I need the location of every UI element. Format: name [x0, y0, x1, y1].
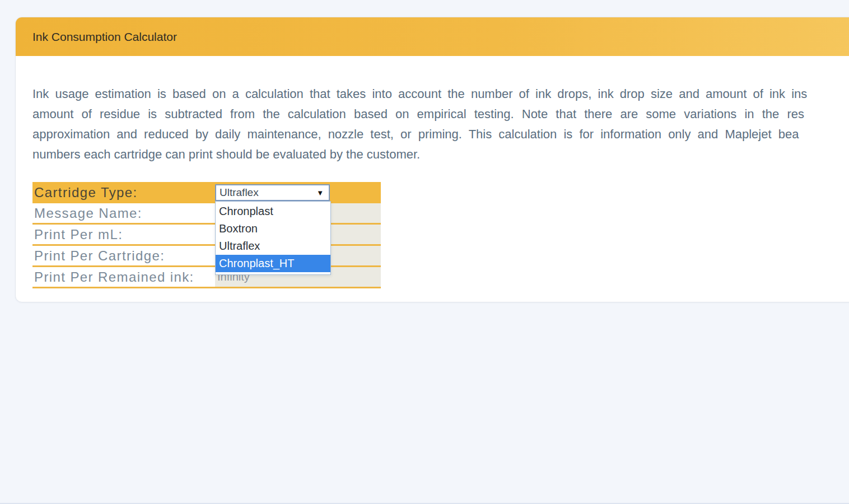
cartridge-type-options-list: Chronplast Boxtron Ultraflex Chronplast_… — [215, 201, 331, 275]
description-paragraph: Ink usage estimation is based on a calcu… — [32, 84, 849, 165]
form-row-cartridge-type: Cartridge Type: Ultraflex ▼ — [32, 182, 381, 203]
print-per-remained-ink-label: Print Per Remained ink: — [32, 269, 215, 285]
panel-body: Ink usage estimation is based on a calcu… — [16, 84, 849, 288]
cartridge-type-value-cell: Ultraflex ▼ — [215, 182, 381, 203]
cartridge-type-label: Cartridge Type: — [32, 185, 215, 200]
dropdown-arrow-icon[interactable]: ▼ — [316, 189, 324, 197]
print-per-cartridge-label: Print Per Cartridge: — [32, 248, 215, 264]
option-ultraflex[interactable]: Ultraflex — [216, 237, 330, 255]
description-line-1: Ink usage estimation is based on a calcu… — [32, 84, 849, 104]
panel-title: Ink Consumption Calculator — [32, 30, 177, 44]
cartridge-type-selected-value: Ultraflex — [220, 186, 259, 199]
option-chronplast[interactable]: Chronplast — [216, 203, 330, 220]
description-line-3: approximation and reduced by daily maint… — [32, 124, 849, 144]
cartridge-type-select[interactable]: Ultraflex ▼ — [215, 184, 330, 201]
calculator-panel: Ink Consumption Calculator Ink usage est… — [15, 17, 849, 302]
panel-header: Ink Consumption Calculator — [16, 17, 849, 56]
option-chronplast-ht[interactable]: Chronplast_HT — [216, 255, 330, 272]
description-line-2: amount of residue is subtracted from the… — [32, 104, 849, 124]
print-per-ml-label: Print Per mL: — [32, 227, 215, 242]
calculator-form: Cartridge Type: Ultraflex ▼ Message Name… — [32, 182, 381, 288]
message-name-label: Message Name: — [32, 206, 215, 221]
description-line-4: numbers each cartridge can print should … — [32, 144, 849, 165]
option-boxtron[interactable]: Boxtron — [216, 220, 330, 237]
